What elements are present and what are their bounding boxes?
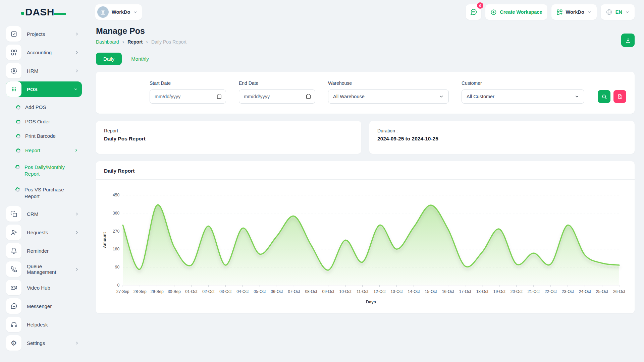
svg-text:06-Oct: 06-Oct	[271, 289, 283, 294]
video-camera-icon	[6, 280, 21, 295]
sidebar-item-label: Messenger	[27, 303, 52, 309]
submenu-item-label: Print Barcode	[25, 133, 56, 139]
reset-filter-button[interactable]	[613, 90, 626, 103]
sidebar-item-label: Reminder	[27, 248, 49, 254]
sidebar-item-label: Queue Management	[27, 263, 69, 275]
svg-text:30-Sep: 30-Sep	[168, 289, 181, 294]
submenu-item-label: Report	[25, 147, 40, 153]
submenu-item-label: POS Order	[25, 119, 50, 124]
headset-icon	[6, 317, 21, 332]
svg-text:26-Oct: 26-Oct	[613, 289, 626, 294]
sidebar-item-helpdesk[interactable]: Helpdesk	[6, 317, 82, 332]
svg-text:19-Oct: 19-Oct	[493, 289, 506, 294]
chevron-down-icon	[73, 87, 78, 92]
download-report-button[interactable]	[621, 34, 635, 47]
sidebar-item-requests[interactable]: Requests	[6, 225, 82, 240]
submenu-item-pos-daily-monthly-report[interactable]: Pos Daily/Monthly Report	[15, 160, 82, 182]
sidebar-item-label: Projects	[27, 31, 45, 37]
download-icon	[625, 37, 631, 44]
sidebar-item-projects[interactable]: Projects	[6, 26, 82, 42]
user-scan-icon	[6, 63, 21, 78]
svg-text:18-Oct: 18-Oct	[476, 289, 489, 294]
warehouse-label: Warehouse	[328, 80, 449, 86]
workspace-menu-label: WorkDo	[566, 9, 584, 15]
top-navbar: DASH WorkDo 0 Create Workspace	[0, 0, 644, 21]
svg-text:01-Oct: 01-Oct	[185, 289, 198, 294]
sidebar-item-label: Helpdesk	[27, 322, 48, 327]
check-square-icon	[6, 26, 21, 42]
submenu-item-add-pos[interactable]: Add POS	[16, 100, 82, 114]
chevron-down-icon	[625, 10, 630, 14]
svg-text:Amount: Amount	[102, 232, 107, 248]
filter-card: Start Date End Date	[96, 72, 635, 114]
submenu-item-print-barcode[interactable]: Print Barcode	[16, 129, 82, 143]
chevron-right-icon	[75, 32, 79, 36]
duration-value: 2024-09-25 to 2024-10-25	[377, 136, 627, 142]
submenu-item-pos-order[interactable]: POS Order	[16, 114, 82, 129]
sidebar-item-settings[interactable]: ⚙ Settings	[6, 335, 82, 351]
sidebar-item-pos[interactable]: POS	[6, 81, 82, 97]
bell-icon	[6, 243, 21, 258]
duration-label: Duration :	[377, 128, 627, 133]
submenu-item-report[interactable]: Report	[16, 143, 82, 158]
workspace-switcher[interactable]: WorkDo	[95, 4, 142, 20]
end-date-group: End Date	[239, 80, 315, 104]
copy-cards-icon	[6, 206, 21, 222]
sidebar-item-queue-management[interactable]: Queue Management	[6, 261, 82, 277]
customer-selected-value: All Customer	[467, 94, 494, 99]
search-button[interactable]	[598, 90, 610, 103]
report-value: Daily Pos Report	[104, 136, 353, 142]
messages-badge: 0	[477, 2, 483, 9]
tab-monthly[interactable]: Monthly	[126, 53, 154, 65]
language-selector[interactable]: EN	[601, 4, 635, 20]
svg-text:02-Oct: 02-Oct	[202, 289, 215, 294]
breadcrumb-dashboard-link[interactable]: Dashboard	[96, 39, 119, 45]
sidebar-item-accounting[interactable]: Accounting	[6, 45, 82, 60]
search-icon	[601, 94, 607, 100]
customer-select[interactable]: All Customer	[462, 89, 584, 104]
end-date-input[interactable]	[239, 89, 315, 104]
submenu-item-label: Pos Daily/Monthly Report	[24, 164, 71, 178]
svg-text:180: 180	[113, 247, 119, 251]
warehouse-select[interactable]: All Warehouse	[328, 89, 449, 104]
start-date-group: Start Date	[150, 80, 226, 104]
page-title: Manage Pos	[96, 26, 635, 36]
sidebar-item-reminder[interactable]: Reminder	[6, 243, 82, 258]
report-label: Report :	[104, 128, 353, 133]
start-date-input[interactable]	[150, 89, 226, 104]
svg-text:07-Oct: 07-Oct	[288, 289, 300, 294]
svg-text:04-Oct: 04-Oct	[236, 289, 249, 294]
workspace-menu[interactable]: WorkDo	[551, 4, 597, 20]
svg-text:20-Oct: 20-Oct	[511, 289, 523, 294]
chevron-right-icon	[75, 230, 79, 235]
create-workspace-button[interactable]: Create Workspace	[485, 4, 547, 20]
svg-text:05-Oct: 05-Oct	[254, 289, 266, 294]
sidebar-item-label: Settings	[27, 340, 45, 346]
report-mode-tabs: Daily Monthly	[96, 53, 635, 65]
sidebar: Projects Accounting HRM	[0, 21, 87, 362]
ring-bullet-icon	[15, 148, 21, 154]
breadcrumb-report-link[interactable]: Report	[127, 39, 143, 45]
sidebar-item-video-hub[interactable]: Video Hub	[6, 280, 82, 295]
sidebar-item-label: CRM	[27, 211, 38, 217]
sidebar-item-crm[interactable]: CRM	[6, 206, 82, 222]
duration-summary-card: Duration : 2024-09-25 to 2024-10-25	[369, 121, 635, 154]
sidebar-item-messenger[interactable]: Messenger	[6, 298, 82, 314]
chevron-right-icon	[74, 148, 78, 153]
logo-text: DASH	[25, 7, 54, 17]
tab-daily[interactable]: Daily	[96, 53, 122, 65]
sidebar-item-label: HRM	[27, 68, 38, 74]
chevron-right-icon	[75, 212, 79, 216]
svg-text:28-Sep: 28-Sep	[133, 289, 147, 294]
breadcrumb: Dashboard › Report › Daily Pos Report	[96, 39, 635, 45]
chevron-right-icon	[75, 69, 79, 73]
sidebar-item-hrm[interactable]: HRM	[6, 63, 82, 78]
svg-text:29-Sep: 29-Sep	[151, 289, 164, 294]
svg-text:17-Oct: 17-Oct	[459, 289, 472, 294]
daily-report-area-chart: 45036027018090027-Sep28-Sep29-Sep30-Sep0…	[101, 190, 626, 306]
submenu-item-pos-vs-purchase-report[interactable]: Pos VS Purchase Report	[15, 182, 82, 204]
gear-icon: ⚙	[6, 335, 21, 351]
messages-button[interactable]: 0	[466, 4, 481, 20]
logo-dash-bar	[54, 13, 66, 15]
start-date-label: Start Date	[150, 80, 226, 86]
